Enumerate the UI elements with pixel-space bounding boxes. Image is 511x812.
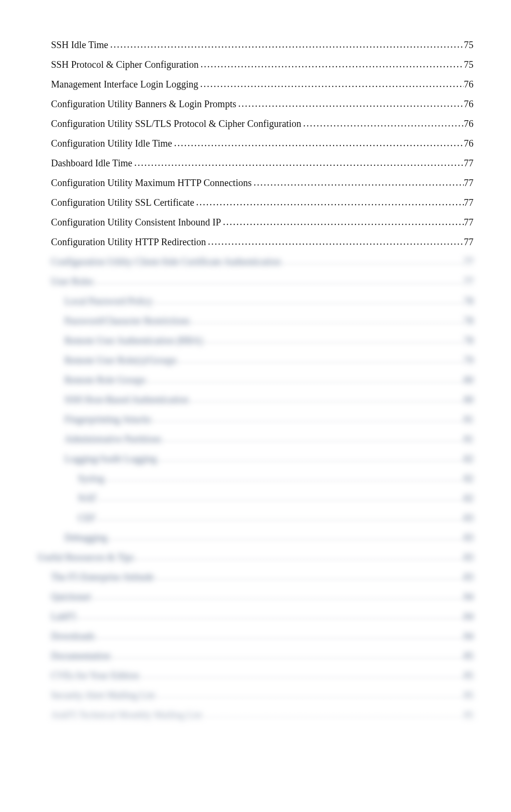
toc-entry-title: Security Alert Mailing List: [51, 689, 155, 702]
toc-entry[interactable]: Remote Role Groups80: [64, 374, 473, 387]
toc-entry[interactable]: CEF83: [78, 512, 473, 525]
toc-dot-leaders: [108, 38, 464, 51]
toc-entry-page: 83: [464, 551, 473, 564]
toc-entry-page: 84: [464, 610, 473, 623]
toc-dot-leaders: [206, 235, 464, 248]
toc-dot-leaders: [93, 275, 464, 287]
toc-dot-leaders: [91, 590, 464, 603]
toc-entry-title: SSH Protocol & Cipher Configuration: [51, 58, 199, 71]
toc-entry[interactable]: Configuration Utility HTTP Redirection77: [51, 236, 473, 249]
toc-entry[interactable]: Remote User Role(s)/Groups79: [64, 354, 473, 367]
toc-entry-title: Debugging: [64, 531, 107, 544]
toc-entry-page: 77: [464, 216, 473, 229]
toc-entry-title: Configuration Utility HTTP Redirection: [51, 236, 206, 249]
toc-entry[interactable]: Documentation85: [51, 650, 473, 662]
toc-entry[interactable]: Configuration Utility Consistent Inbound…: [51, 216, 473, 229]
toc-entry-title: Fingerprinting Attacks: [64, 413, 152, 426]
toc-entry[interactable]: Administrative Partitions81: [64, 433, 473, 446]
toc-entry-page: 85: [464, 669, 473, 682]
toc-entry-title: Local Password Policy: [64, 295, 153, 308]
toc-entry-title: Management Interface Login Logging: [51, 78, 198, 91]
toc-entry[interactable]: Configuration Utility Banners & Login Pr…: [51, 98, 473, 111]
toc-entry-page: 76: [464, 78, 473, 91]
toc-entry[interactable]: Configuration Utility Maximum HTTP Conne…: [51, 176, 473, 189]
toc-dot-leaders: [252, 176, 464, 189]
toc-dot-leaders: [152, 412, 464, 425]
toc-entry-page: 82: [464, 452, 473, 465]
toc-list: SSH Idle Time75SSH Protocol & Cipher Con…: [38, 38, 473, 722]
toc-entry-title: Configuration Utility Banners & Login Pr…: [51, 98, 236, 111]
toc-entry[interactable]: Configuration Utility Client-Side Certif…: [51, 255, 473, 268]
toc-entry[interactable]: SSH Idle Time75: [51, 38, 473, 51]
toc-dot-leaders: [301, 117, 464, 130]
toc-entry[interactable]: Security Alert Mailing List85: [51, 689, 473, 702]
toc-entry-page: 75: [464, 38, 473, 51]
toc-entry-title: Logging/Audit Logging: [64, 452, 157, 465]
toc-entry-page: 84: [464, 630, 473, 643]
toc-dot-leaders: [199, 58, 464, 71]
toc-entry-page: 85: [464, 709, 473, 722]
toc-entry-page: 77: [464, 176, 473, 189]
toc-entry-title: Configuration Utility SSL Certificate: [51, 196, 194, 209]
toc-dot-leaders: [236, 97, 464, 110]
toc-entry-title: NAT: [78, 492, 97, 505]
toc-entry-page: 76: [464, 137, 473, 150]
toc-dot-leaders: [157, 452, 464, 465]
toc-entry-page: 81: [464, 433, 473, 446]
toc-entry-title: Documentation: [51, 650, 110, 662]
toc-entry-title: Dashboard Idle Time: [51, 157, 132, 170]
toc-dot-leaders: [162, 432, 464, 445]
toc-entry[interactable]: Fingerprinting Attacks81: [64, 413, 473, 426]
toc-entry[interactable]: Configuration Utility SSL Certificate77: [51, 196, 473, 209]
toc-dot-leaders: [203, 334, 464, 347]
toc-entry-title: The F5 Enterprise Attitude: [51, 571, 154, 584]
toc-entry-page: 76: [464, 117, 473, 130]
toc-entry[interactable]: Dashboard Idle Time77: [51, 157, 473, 170]
toc-entry-title: Quickstart: [51, 590, 91, 603]
toc-entry-title: Configuration Utility SSL/TLS Protocol &…: [51, 117, 301, 130]
toc-entry[interactable]: Debugging83: [64, 531, 473, 544]
toc-dot-leaders: [96, 511, 464, 524]
toc-dot-leaders: [146, 373, 464, 386]
toc-entry-title: CVEs for Your Edition: [51, 669, 139, 682]
toc-entry[interactable]: CVEs for Your Edition85: [51, 669, 473, 682]
toc-entry-page: 77: [464, 275, 473, 288]
toc-entry[interactable]: Downloads84: [51, 630, 473, 643]
toc-entry[interactable]: Configuration Utility SSL/TLS Protocol &…: [51, 117, 473, 130]
toc-entry[interactable]: Configuration Utility Idle Time76: [51, 137, 473, 150]
toc-entry[interactable]: Remote User Authentication (RBA)78: [64, 334, 473, 347]
toc-entry[interactable]: Useful Resources & Tips83: [38, 551, 473, 564]
toc-entry-title: Configuration Utility Idle Time: [51, 137, 172, 150]
toc-entry[interactable]: The F5 Enterprise Attitude83: [51, 571, 473, 584]
toc-entry-page: 81: [464, 413, 473, 426]
toc-dot-leaders: [132, 156, 464, 169]
toc-entry-title: Downloads: [51, 630, 95, 643]
toc-entry[interactable]: Password/Character Restrictions78: [64, 314, 473, 327]
toc-entry[interactable]: Local Password Policy78: [64, 295, 473, 308]
toc-entry-page: 84: [464, 590, 473, 603]
toc-dot-leaders: [97, 491, 464, 504]
toc-entry[interactable]: SSH Protocol & Cipher Configuration75: [51, 58, 473, 71]
toc-entry-page: 76: [464, 98, 473, 111]
toc-dot-leaders: [202, 708, 464, 721]
toc-entry-page: 82: [464, 492, 473, 505]
toc-dot-leaders: [198, 77, 464, 90]
toc-entry[interactable]: Logging/Audit Logging82: [64, 452, 473, 465]
toc-entry[interactable]: NAT82: [78, 492, 473, 505]
toc-dot-leaders: [107, 531, 464, 544]
toc-entry[interactable]: Syslog82: [78, 472, 473, 485]
toc-entry[interactable]: AskF5 Technical Monthly Mailing List85: [51, 709, 473, 722]
toc-entry[interactable]: Quickstart84: [51, 590, 473, 603]
toc-entry[interactable]: LabF584: [51, 610, 473, 623]
toc-dot-leaders: [172, 137, 464, 150]
toc-entry[interactable]: Management Interface Login Logging76: [51, 78, 473, 91]
toc-entry-page: 83: [464, 531, 473, 544]
toc-entry-title: Configuration Utility Client-Side Certif…: [51, 255, 281, 268]
toc-entry-title: Administrative Partitions: [64, 433, 162, 446]
toc-entry-page: 80: [464, 393, 473, 406]
toc-entry-page: 77: [464, 236, 473, 249]
toc-entry-page: 79: [464, 354, 473, 367]
toc-entry[interactable]: SSH Host-Based Authentication80: [64, 393, 473, 406]
toc-entry-title: SSH Idle Time: [51, 38, 108, 51]
toc-entry[interactable]: User Roles77: [51, 275, 473, 288]
